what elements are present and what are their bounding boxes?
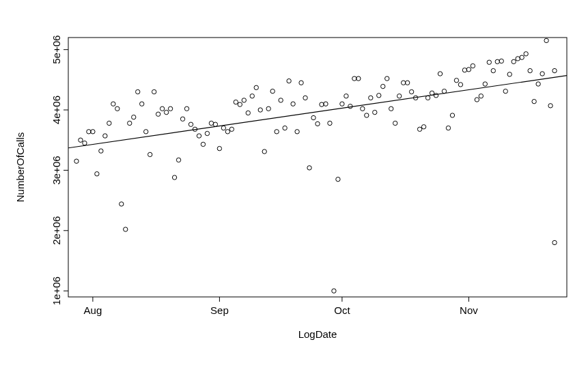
data-point — [168, 106, 172, 111]
data-point — [536, 82, 540, 86]
data-point — [111, 102, 115, 106]
data-point — [393, 121, 397, 125]
data-point — [397, 94, 401, 98]
data-point — [283, 126, 287, 130]
data-point — [99, 149, 103, 153]
data-point — [311, 115, 316, 119]
data-point — [221, 126, 225, 130]
data-point — [299, 81, 303, 85]
data-point — [389, 106, 393, 111]
data-point — [279, 98, 283, 102]
data-point — [250, 94, 254, 98]
data-point — [156, 112, 160, 116]
x-tick-label: Nov — [460, 304, 478, 316]
data-point — [520, 55, 524, 59]
trendline — [68, 76, 567, 148]
data-point — [275, 130, 279, 134]
data-point — [516, 57, 520, 61]
y-tick-label: 3e+06 — [51, 156, 62, 184]
data-point — [184, 106, 188, 111]
data-point — [324, 102, 328, 106]
data-point — [373, 110, 377, 114]
data-point — [254, 85, 258, 89]
data-point — [136, 89, 140, 94]
data-point — [352, 76, 356, 81]
data-point — [377, 94, 381, 98]
data-point — [458, 83, 462, 87]
data-point — [209, 121, 213, 125]
data-point — [242, 98, 246, 102]
x-tick-label: Aug — [84, 304, 102, 316]
data-point — [295, 130, 299, 134]
data-point — [262, 149, 266, 154]
data-point — [336, 177, 340, 181]
data-point — [287, 78, 291, 83]
data-point — [197, 134, 201, 138]
data-point — [348, 104, 352, 109]
data-point — [176, 158, 180, 162]
data-point — [188, 122, 193, 126]
data-point — [140, 102, 144, 106]
data-point — [507, 72, 512, 76]
data-point — [270, 89, 275, 93]
data-point — [540, 72, 544, 76]
data-point — [124, 227, 128, 231]
data-point — [381, 84, 385, 88]
data-point — [328, 121, 332, 125]
data-point — [528, 68, 532, 72]
data-point — [332, 289, 336, 293]
data-point — [361, 106, 365, 111]
data-point — [316, 121, 320, 126]
data-point — [483, 82, 487, 86]
data-point — [446, 126, 450, 130]
data-point — [79, 138, 83, 142]
data-point — [495, 59, 499, 63]
data-point — [87, 130, 91, 134]
data-point — [205, 131, 209, 135]
data-point — [409, 89, 413, 94]
data-point — [229, 127, 234, 131]
data-point — [340, 102, 344, 106]
data-point — [471, 63, 475, 68]
data-point — [466, 68, 471, 72]
data-point — [213, 122, 217, 126]
data-point — [524, 52, 528, 56]
data-point — [548, 104, 552, 108]
data-point — [120, 202, 124, 206]
chart-container: AugSepOctNov1e+062e+063e+064e+065e+06Log… — [0, 0, 588, 372]
data-point — [417, 127, 421, 131]
data-point — [487, 60, 491, 64]
data-point — [385, 76, 389, 81]
data-point — [320, 102, 324, 106]
data-point — [128, 121, 132, 125]
data-point — [291, 102, 295, 106]
y-axis-label: NumberOfCalls — [14, 132, 26, 203]
data-point — [258, 108, 262, 112]
data-point — [552, 68, 557, 72]
y-tick-label: 1e+06 — [51, 276, 62, 305]
scatter-chart: AugSepOctNov1e+062e+063e+064e+065e+06Log… — [0, 0, 588, 372]
data-point — [234, 100, 238, 104]
data-point — [405, 81, 409, 85]
data-point — [266, 106, 270, 111]
data-point — [217, 146, 221, 150]
x-axis-label: LogDate — [298, 328, 337, 340]
data-point — [450, 113, 454, 117]
data-point — [499, 59, 503, 63]
data-point — [401, 81, 405, 85]
x-tick-label: Sep — [210, 304, 229, 316]
data-point — [152, 89, 156, 94]
data-point — [512, 59, 516, 63]
data-point — [83, 141, 87, 145]
data-point — [454, 78, 458, 83]
data-point — [95, 172, 99, 176]
data-point — [148, 152, 152, 156]
data-point — [238, 102, 242, 106]
y-tick-label: 5e+06 — [51, 35, 62, 64]
data-point — [180, 117, 184, 121]
data-point — [369, 96, 373, 100]
y-tick-label: 4e+06 — [51, 96, 62, 124]
data-point — [307, 166, 311, 170]
data-point — [164, 110, 168, 114]
data-point — [438, 72, 442, 76]
